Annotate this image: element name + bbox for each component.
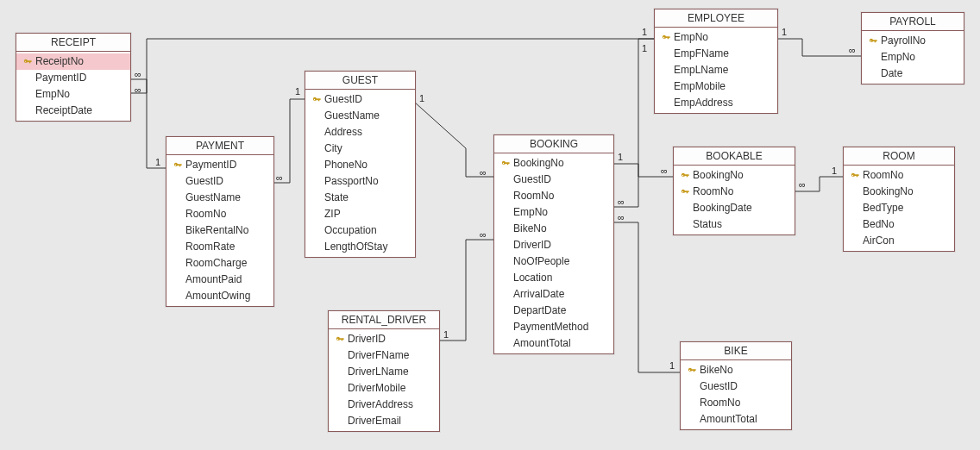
table-employee[interactable]: EMPLOYEE EmpNoEmpFNameEmpLNameEmpMobileE… (654, 9, 778, 114)
field-name: DriverID (346, 332, 386, 347)
table-field[interactable]: EmpNo (862, 49, 964, 66)
table-field[interactable]: State (305, 190, 415, 206)
table-payroll[interactable]: PAYROLL PayrollNoEmpNoDate (861, 12, 964, 84)
field-name: RoomRate (184, 240, 235, 254)
table-booking[interactable]: BOOKING BookingNoGuestIDRoomNoEmpNoBikeN… (493, 134, 614, 354)
field-name: Location (512, 271, 552, 285)
table-field[interactable]: GuestName (166, 190, 273, 206)
card-one: 1 (618, 152, 623, 162)
table-field[interactable]: RoomCharge (166, 255, 273, 272)
card-one: 1 (642, 43, 647, 53)
table-field[interactable]: BookingNo (494, 155, 613, 172)
table-field[interactable]: RoomNo (166, 206, 273, 222)
table-field[interactable]: ReceiptNo (16, 53, 130, 70)
field-name: RoomNo (861, 168, 903, 183)
table-field[interactable]: Status (674, 216, 795, 233)
table-field[interactable]: DriverFName (329, 347, 439, 364)
card-many: ∞ (661, 166, 668, 176)
table-field[interactable]: BedNo (844, 216, 954, 233)
table-field[interactable]: EmpNo (655, 29, 777, 46)
table-field[interactable]: AmountTotal (681, 411, 791, 428)
table-field[interactable]: AmountPaid (166, 272, 273, 288)
table-field[interactable]: DriverMobile (329, 380, 439, 397)
table-field[interactable]: RoomNo (674, 184, 795, 200)
table-title: RENTAL_DRIVER (329, 311, 439, 329)
table-field[interactable]: PaymentMethod (494, 319, 613, 335)
table-room[interactable]: ROOM RoomNoBookingNoBedTypeBedNoAirCon (843, 147, 955, 252)
table-rental-driver[interactable]: RENTAL_DRIVER DriverIDDriverFNameDriverL… (328, 310, 440, 432)
table-field[interactable]: Occupation (305, 222, 415, 239)
table-field[interactable]: ReceiptDate (16, 103, 130, 119)
table-field[interactable]: BikeNo (681, 362, 791, 378)
table-field[interactable]: PhoneNo (305, 157, 415, 173)
field-name: AirCon (861, 234, 895, 248)
table-field[interactable]: PassportNo (305, 173, 415, 190)
table-field[interactable]: DriverID (494, 237, 613, 253)
table-field[interactable]: EmpLName (655, 62, 777, 78)
table-field[interactable]: GuestID (494, 172, 613, 188)
table-field[interactable]: PayrollNo (862, 33, 964, 49)
table-field[interactable]: GuestID (681, 378, 791, 395)
table-field[interactable]: BookingNo (844, 184, 954, 200)
table-field[interactable]: AmountOwing (166, 288, 273, 304)
field-list: BikeNoGuestIDRoomNoAmountTotal (681, 360, 791, 429)
table-field[interactable]: BookingDate (674, 200, 795, 216)
card-one: 1 (295, 86, 300, 97)
primary-key-icon (686, 366, 698, 375)
field-name: RoomNo (698, 396, 740, 410)
table-field[interactable]: DepartDate (494, 303, 613, 319)
table-field[interactable]: GuestID (305, 91, 415, 108)
table-field[interactable]: BikeRentalNo (166, 222, 273, 239)
table-field[interactable]: LengthOfStay (305, 239, 415, 255)
field-list: DriverIDDriverFNameDriverLNameDriverMobi… (329, 329, 439, 431)
table-field[interactable]: GuestName (305, 108, 415, 124)
primary-key-icon (22, 58, 34, 66)
table-field[interactable]: ZIP (305, 206, 415, 222)
table-field[interactable]: EmpFName (655, 46, 777, 62)
table-guest[interactable]: GUEST GuestIDGuestNameAddressCityPhoneNo… (305, 71, 416, 258)
field-name: BedNo (861, 217, 895, 232)
field-name: RoomNo (512, 189, 554, 203)
table-payment[interactable]: PAYMENT PaymentIDGuestIDGuestNameRoomNoB… (166, 136, 274, 307)
table-field[interactable]: RoomNo (494, 188, 613, 204)
table-field[interactable]: Location (494, 270, 613, 286)
table-field[interactable]: DriverAddress (329, 397, 439, 413)
primary-key-icon (867, 37, 879, 46)
table-title: PAYMENT (166, 137, 273, 155)
table-receipt[interactable]: RECEIPT ReceiptNoPaymentIDEmpNoReceiptDa… (16, 33, 131, 122)
table-field[interactable]: PaymentID (16, 70, 130, 86)
table-bookable[interactable]: BOOKABLE BookingNoRoomNoBookingDateStatu… (673, 147, 795, 235)
card-many: ∞ (135, 69, 141, 79)
table-field[interactable]: DriverID (329, 331, 439, 347)
table-field[interactable]: BedType (844, 200, 954, 216)
card-one: 1 (642, 27, 647, 37)
table-field[interactable]: Date (862, 66, 964, 82)
table-field[interactable]: EmpNo (16, 86, 130, 103)
table-field[interactable]: AirCon (844, 233, 954, 249)
table-field[interactable]: RoomNo (681, 395, 791, 411)
field-list: ReceiptNoPaymentIDEmpNoReceiptDate (16, 52, 130, 121)
er-diagram-canvas[interactable]: ∞ 1 ∞ 1 ∞ 1 1 ∞ ∞ 1 1 ∞ ∞ 1 ∞ 1 1 ∞ ∞ 1 … (0, 0, 980, 450)
table-field[interactable]: EmpMobile (655, 78, 777, 95)
table-field[interactable]: Address (305, 124, 415, 141)
table-field[interactable]: RoomRate (166, 239, 273, 255)
table-field[interactable]: DriverLName (329, 364, 439, 380)
table-field[interactable]: AmountTotal (494, 335, 613, 352)
table-field[interactable]: BookingNo (674, 167, 795, 184)
table-field[interactable]: PaymentID (166, 157, 273, 173)
table-bike[interactable]: BIKE BikeNoGuestIDRoomNoAmountTotal (680, 341, 792, 430)
field-name: Status (691, 217, 722, 232)
table-field[interactable]: EmpAddress (655, 95, 777, 111)
table-field[interactable]: City (305, 141, 415, 157)
table-field[interactable]: ArrivalDate (494, 286, 613, 303)
table-field[interactable]: NoOfPeople (494, 253, 613, 270)
table-field[interactable]: GuestID (166, 173, 273, 190)
table-field[interactable]: EmpNo (494, 204, 613, 221)
table-field[interactable]: RoomNo (844, 167, 954, 184)
table-title: RECEIPT (16, 34, 130, 52)
card-many: ∞ (135, 84, 141, 95)
field-name: GuestName (184, 191, 241, 205)
table-field[interactable]: BikeNo (494, 221, 613, 237)
table-field[interactable]: DriverEmail (329, 413, 439, 429)
field-name: Occupation (323, 223, 377, 238)
